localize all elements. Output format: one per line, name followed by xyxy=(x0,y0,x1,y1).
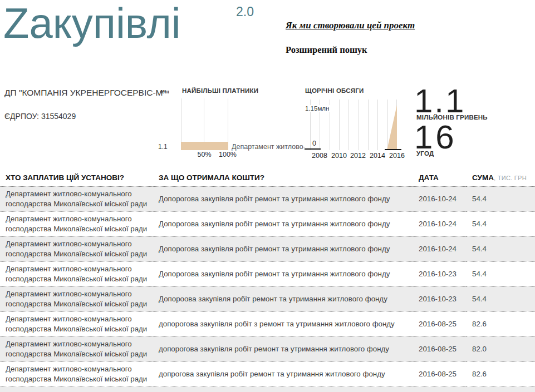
table-row[interactable]: Департамент житлово-комунальногогосподар… xyxy=(0,186,535,211)
about-project-link[interactable]: Як ми створювали цей проект xyxy=(286,20,415,31)
table-row-partial xyxy=(0,387,535,392)
payer-bar xyxy=(181,142,228,150)
axis-segment-right xyxy=(385,149,401,150)
date-cell: 2016-08-25 xyxy=(412,361,466,386)
table-row[interactable]: Департамент житлово-комунальногогосподар… xyxy=(0,286,535,311)
payments-table: ХТО ЗАПЛАТИВ ЦІЙ УСТАНОВІ? ЗА ЩО ОТРИМАЛ… xyxy=(0,170,535,387)
amount-cell: 82.6 xyxy=(466,311,535,336)
payer-cell: Департамент житлово-комунальногогосподар… xyxy=(0,211,153,236)
date-cell: 2016-10-23 xyxy=(412,261,466,286)
payer-amount-label: 1.1 xyxy=(158,143,168,151)
table-row[interactable]: Департамент житлово-комунальногогосподар… xyxy=(0,211,535,236)
x-tick-2012: 2012 xyxy=(347,152,369,160)
header-sum-unit: , ТИС. ГРН xyxy=(494,175,527,181)
date-cell: 2016-10-24 xyxy=(412,211,466,236)
header-date: ДАТА xyxy=(412,170,466,186)
amount-cell: 54.4 xyxy=(466,286,535,311)
description-cell: Допороова закупівля робіт ремонт та утри… xyxy=(153,286,412,311)
table-header-row: ХТО ЗАПЛАТИВ ЦІЙ УСТАНОВІ? ЗА ЩО ОТРИМАЛ… xyxy=(0,170,535,186)
description-cell: Допорогова закупівля робіт ремонт та утр… xyxy=(153,211,412,236)
x-tick-2016: 2016 xyxy=(386,152,408,160)
volume-area-shape xyxy=(387,105,397,150)
payer-cell: Департамент житлово-комунальногогосподар… xyxy=(0,261,153,286)
description-cell: Допорогова закупівля робіт ремонт та утр… xyxy=(153,261,412,286)
payer-cell: Департамент житлово-комунальногогосподар… xyxy=(0,186,153,211)
table-row[interactable]: Департамент житлово-комунальногогосподар… xyxy=(0,311,535,336)
y-axis-max-label: 1.15млн xyxy=(305,105,331,112)
amount-cell: 54.4 xyxy=(466,186,535,211)
payer-cell: Департамент житлово-комунальногогосподар… xyxy=(0,311,153,336)
version-badge: 2.0 xyxy=(236,4,254,19)
description-cell: Допорогова закупівля робіт ремонт та утр… xyxy=(153,186,412,211)
header-sum: СУМА, ТИС. ГРН xyxy=(466,170,535,186)
top-payers-title: НАЙБІЛЬШІ ПЛАТНИКИ xyxy=(182,87,258,94)
advanced-search-link[interactable]: Розширений пошук xyxy=(286,44,367,56)
x-tick-2008: 2008 xyxy=(308,152,331,160)
amount-cell: 82.6 xyxy=(466,361,535,386)
payments-table-body: Департамент житлово-комунальногогосподар… xyxy=(0,186,535,386)
amount-cell: 82.0 xyxy=(466,336,535,361)
header-sum-word: СУМА xyxy=(472,173,494,182)
top-payers-chart xyxy=(181,98,228,150)
total-amount-value: 1.1 xyxy=(414,85,465,118)
date-cell: 2016-08-25 xyxy=(412,311,466,336)
description-cell: допорогова закупівля робіт з ремонт та у… xyxy=(153,311,412,336)
axis-tick-100: 100% xyxy=(214,151,241,158)
table-row[interactable]: Департамент житлово-комунальногогосподар… xyxy=(0,361,535,386)
page-header: Zакупівлі 2.0 Як ми створювали цей проек… xyxy=(0,0,535,170)
amount-cell: 54.4 xyxy=(466,211,535,236)
table-row[interactable]: Департамент житлово-комунальногогосподар… xyxy=(0,336,535,361)
company-edrpou: ЄДРПОУ: 31554029 xyxy=(4,112,76,121)
header-payer: ХТО ЗАПЛАТИВ ЦІЙ УСТАНОВІ? xyxy=(0,170,153,186)
company-name: ДП "КОМПАНІЯ УКРЕНЕРГОСЕРВІС-М" xyxy=(4,88,166,98)
date-cell: 2016-08-25 xyxy=(412,336,466,361)
amount-cell: 54.4 xyxy=(466,261,535,286)
payer-cell: Департамент житлово-комунальногогосподар… xyxy=(0,361,153,386)
date-cell: 2016-10-24 xyxy=(412,236,466,261)
axis-segment-left xyxy=(305,148,321,150)
annual-volumes-title: ЩОРІЧНІ ОБСЯГИ xyxy=(305,87,364,94)
table-row[interactable]: Департамент житлово-комунальногогосподар… xyxy=(0,236,535,261)
y-axis-min-label: 0 xyxy=(311,140,318,147)
payer-cell: Департамент житлово-комунальногогосподар… xyxy=(0,286,153,311)
date-cell: 2016-10-23 xyxy=(412,286,466,311)
payer-cell: Департамент житлово-комунальногогосподар… xyxy=(0,236,153,261)
table-row[interactable]: Департамент житлово-комунальногогосподар… xyxy=(0,261,535,286)
payer-cell: Департамент житлово-комунальногогосподар… xyxy=(0,336,153,361)
payer-name-label: Департамент житлово-кі xyxy=(232,143,305,151)
deals-count-value: 16 xyxy=(414,121,457,154)
header-purpose: ЗА ЩО ОТРИМАЛА КОШТИ? xyxy=(153,170,412,186)
site-logo[interactable]: Zакупівлі xyxy=(3,0,181,49)
top-payers-unit-label: млн xyxy=(160,89,169,95)
description-cell: допорогова закупівля робіт ремонт та утр… xyxy=(153,336,412,361)
description-cell: Допорогова закупівля робіт ремонт та утр… xyxy=(153,236,412,261)
axis-tick-50: 50% xyxy=(193,151,215,158)
x-tick-2014: 2014 xyxy=(366,152,389,160)
amount-cell: 54.4 xyxy=(466,236,535,261)
date-cell: 2016-10-24 xyxy=(412,186,466,211)
description-cell: допрогова закупівля робіт ремонт та утри… xyxy=(153,361,412,386)
deals-count-label: УГОД xyxy=(416,150,434,157)
